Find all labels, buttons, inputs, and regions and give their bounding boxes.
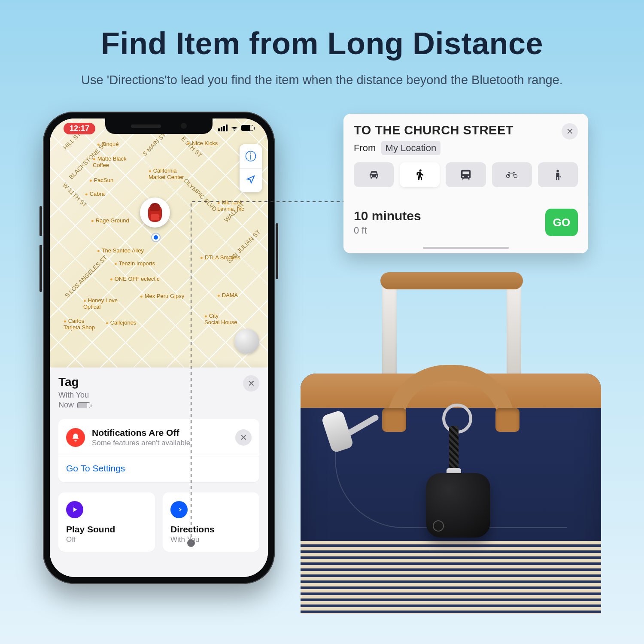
map-poi[interactable]: Tenzin Imports [114,260,155,267]
phone-side-button [39,206,42,236]
hero-title: Find Item from Long Distance [0,26,644,61]
cellular-icon [218,125,228,131]
mode-bike[interactable] [492,162,532,187]
map-poi[interactable]: Nice Kicks [187,140,218,146]
tracker-device [426,473,490,538]
wifi-icon [231,125,238,131]
go-button[interactable]: GO [545,209,578,236]
map-poi[interactable]: Honey Love Optical [83,297,118,310]
mode-transit[interactable] [446,162,486,187]
directions-sub: With You [170,535,252,544]
item-now-label: Now [58,401,74,410]
map-poi[interactable]: DTLA Smokes [200,254,240,261]
mode-rideshare[interactable] [538,162,578,187]
directions-from-label: From [354,143,376,153]
map-poi[interactable]: Carlos Tarjeta Shop [64,318,95,331]
directions-from-value[interactable]: My Location [381,141,441,155]
luggage-illustration [275,313,627,614]
directions-title: Directions [170,524,252,535]
transport-mode-selector [354,162,578,187]
svg-point-0 [419,170,422,172]
street-label: E 9TH ST [180,135,204,159]
phone-side-button [276,223,278,279]
map-poi[interactable]: Zinqué [97,141,118,147]
directions-destination: TO THE CHURCH STREET [354,123,513,137]
dismiss-notice-button[interactable]: ✕ [235,429,252,446]
phone-screen: 12:17 S MAIN ST E 9TH ST WALL ST W 11TH … [50,118,268,577]
card-handle[interactable] [423,247,509,249]
map-poi[interactable]: City Social House [204,313,237,325]
item-sheet: Tag With You Now ✕ Notifications Are Off [50,368,268,577]
battery-icon [241,125,253,131]
map-poi[interactable]: Cabra [85,191,105,197]
map-compass-knob[interactable] [234,329,259,354]
close-directions-button[interactable]: ✕ [562,123,578,140]
item-subtitle: With You [58,391,90,400]
user-location-dot [152,234,160,241]
notifications-notice: Notifications Are Off Some features aren… [58,419,259,482]
map-poi[interactable]: The Santee Alley [97,247,144,254]
map-view[interactable]: S MAIN ST E 9TH ST WALL ST W 11TH ST SAN… [50,118,268,368]
phone-side-button [39,245,42,292]
item-title: Tag [58,375,90,389]
notice-subtitle: Some features aren't available [92,439,228,447]
street-label: S LOS ANGELES ST [64,254,109,299]
map-poi[interactable]: Callejones [106,319,136,326]
map-poi[interactable]: Rage Ground [91,217,129,224]
go-to-settings-link[interactable]: Go To Settings [66,463,125,473]
svg-point-2 [514,174,517,178]
mode-drive[interactable] [354,162,394,187]
street-label: W 11TH ST [61,181,88,208]
map-controls: ⓘ [240,144,262,192]
eta-time: 10 minutes [354,209,421,223]
play-icon [66,501,83,518]
item-battery-icon [77,402,90,408]
map-info-button[interactable]: ⓘ [240,144,262,168]
directions-icon [170,501,188,518]
backpack-icon [146,203,164,222]
play-sound-title: Play Sound [66,524,147,535]
bell-icon [66,428,85,447]
map-poi[interactable]: Michael Levine, Inc [217,199,244,212]
hero-subtitle: Use 'Directions'to lead you find the ite… [0,73,644,87]
directions-card[interactable]: Directions With You [163,492,259,552]
map-poi[interactable]: California Market Center [149,167,184,180]
map-poi[interactable]: DAMA [217,292,238,298]
map-poi[interactable]: Mex Peru Gipsy [140,293,184,299]
street-label: OLYMPIC BLVD [182,177,218,213]
status-time: 12:17 [64,123,95,134]
mode-walk[interactable] [400,162,440,187]
phone-frame: 12:17 S MAIN ST E 9TH ST WALL ST W 11TH … [43,112,275,584]
play-sound-sub: Off [66,535,147,544]
map-poi[interactable]: ONE OFF eclectic [110,276,159,282]
close-sheet-button[interactable]: ✕ [243,375,259,392]
eta-distance: 0 ft [354,225,421,236]
map-locate-button[interactable] [240,168,262,192]
svg-point-3 [557,170,559,173]
map-poi[interactable]: Matte Black Coffee [93,155,127,168]
directions-popover: TO THE CHURCH STREET From My Location ✕ … [343,114,588,253]
notice-title: Notifications Are Off [92,428,228,438]
map-poi[interactable]: PacSun [89,177,113,183]
phone-notch [105,118,213,134]
item-pin[interactable] [140,197,170,228]
play-sound-card[interactable]: Play Sound Off [58,492,155,552]
